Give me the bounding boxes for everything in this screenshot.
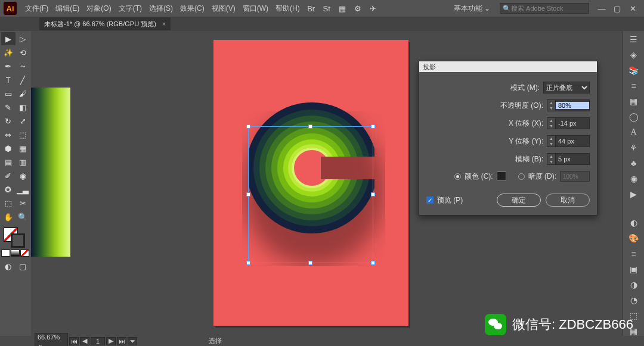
mesh-tool[interactable]: ▤: [1, 155, 16, 169]
blend-tool[interactable]: ◉: [16, 169, 30, 182]
arrange-icon[interactable]: ▦: [336, 3, 348, 14]
ok-button[interactable]: 确定: [497, 194, 541, 207]
transform-panel-icon[interactable]: ▶: [628, 189, 640, 199]
nav-next[interactable]: ▶: [106, 337, 116, 345]
menu-object[interactable]: 对象(O): [83, 4, 114, 14]
close-button[interactable]: ✕: [627, 4, 638, 13]
cancel-button[interactable]: 取消: [546, 194, 590, 207]
menu-file[interactable]: 文件(F): [21, 4, 52, 14]
rectangle-tool[interactable]: ▭: [1, 87, 16, 100]
document-tab[interactable]: 未标题-1* @ 66.67% (RGB/GPU 预览) ×: [39, 17, 171, 30]
layers-panel-icon[interactable]: ◈: [628, 50, 640, 60]
selection-bounding-box[interactable]: [248, 126, 373, 263]
menu-help[interactable]: 帮助(H): [272, 4, 304, 14]
transparency-panel-icon[interactable]: ◑: [628, 280, 640, 289]
magic-wand-tool[interactable]: ✨: [1, 46, 16, 59]
yoffset-label: Y 位移 (Y):: [509, 136, 543, 146]
menu-select[interactable]: 选择(S): [145, 4, 177, 14]
yoffset-input[interactable]: ▲▼: [547, 135, 590, 147]
mode-select[interactable]: 正片叠底: [543, 82, 590, 93]
workspace-dropdown[interactable]: 基本功能 ⌄: [449, 4, 495, 14]
color-guide-icon[interactable]: 🎨: [628, 233, 640, 243]
symbols-panel-icon[interactable]: ⚘: [628, 143, 640, 152]
feedback-icon[interactable]: ✈: [367, 3, 379, 14]
pen-tool[interactable]: ✒: [1, 60, 16, 73]
gradient-mode-btn[interactable]: [11, 250, 20, 257]
type-panel-icon[interactable]: A: [628, 127, 640, 137]
free-transform-tool[interactable]: ⬚: [16, 128, 30, 141]
document-tab-label: 未标题-1* @ 66.67% (RGB/GPU 预览): [44, 20, 156, 29]
menu-view[interactable]: 视图(V): [208, 4, 239, 14]
align-panel-icon[interactable]: ≡: [628, 249, 640, 258]
type-tool[interactable]: T: [1, 73, 16, 86]
artboard-index[interactable]: 1: [91, 337, 105, 345]
lasso-tool[interactable]: ⟲: [16, 46, 30, 59]
darkness-label: 暗度 (D):: [528, 172, 556, 182]
stroke-panel-icon[interactable]: ≡: [628, 81, 640, 91]
wechat-overlay: 微信号: ZDBCZB666: [485, 314, 633, 335]
darkness-input: 100%: [560, 171, 590, 182]
maximize-button[interactable]: ▢: [612, 4, 623, 13]
menu-edit[interactable]: 编辑(E): [52, 4, 83, 14]
perspective-tool[interactable]: ▦: [16, 142, 30, 155]
menu-effect[interactable]: 效果(C): [177, 4, 208, 14]
wechat-icon: [485, 314, 506, 335]
nav-prev[interactable]: ◀: [80, 337, 89, 345]
minimize-button[interactable]: —: [596, 4, 607, 13]
eyedropper-tool[interactable]: ✐: [1, 169, 16, 182]
gradient-panel-icon[interactable]: ◉: [628, 174, 640, 183]
color-radio[interactable]: [454, 173, 461, 180]
shape-builder-tool[interactable]: ⬢: [1, 142, 16, 155]
appearance-panel-icon[interactable]: ◐: [628, 218, 640, 227]
screen-mode[interactable]: ▢: [16, 260, 30, 273]
menu-window[interactable]: 窗口(W): [239, 4, 272, 14]
preview-checkbox[interactable]: ✓: [426, 197, 434, 204]
swatches-panel-icon[interactable]: ▦: [628, 96, 640, 106]
darkness-radio[interactable]: [518, 173, 525, 180]
gpu-icon[interactable]: ⚙: [352, 3, 364, 14]
draw-normal[interactable]: ◐: [1, 260, 16, 273]
nav-first[interactable]: ⏮: [69, 337, 79, 345]
graphic-styles-icon[interactable]: ◔: [628, 295, 640, 305]
brushes-panel-icon[interactable]: ◯: [628, 112, 640, 121]
width-tool[interactable]: ⇔: [1, 128, 16, 141]
stock-search[interactable]: 🔍 搜索 Adobe Stock: [500, 3, 589, 14]
stock-icon[interactable]: St: [321, 3, 333, 14]
pathfinder-panel-icon[interactable]: ▣: [628, 264, 640, 274]
stock-placeholder: 搜索 Adobe Stock: [511, 4, 563, 13]
hand-tool[interactable]: ✋: [1, 210, 16, 223]
zoom-tool[interactable]: 🔍: [16, 210, 30, 223]
artboard-tool[interactable]: ⬚: [1, 197, 16, 210]
menu-type[interactable]: 文字(T): [115, 4, 145, 14]
shaper-tool[interactable]: ✎: [1, 101, 16, 114]
tab-close-icon[interactable]: ×: [162, 20, 166, 27]
slice-tool[interactable]: ✂: [16, 197, 30, 210]
properties-panel-icon[interactable]: ☰: [628, 35, 640, 44]
workspace-label: 基本功能: [454, 4, 482, 14]
line-tool[interactable]: ╱: [16, 73, 30, 86]
xoffset-input[interactable]: ▲▼: [547, 117, 590, 129]
selection-tool[interactable]: ▶: [1, 32, 16, 45]
gradient-tool[interactable]: ▥: [16, 155, 30, 169]
rotate-tool[interactable]: ↻: [1, 114, 16, 127]
nav-menu[interactable]: ⏷: [128, 337, 137, 345]
direct-selection-tool[interactable]: ▷: [16, 32, 30, 45]
blur-input[interactable]: ▲▼: [547, 153, 590, 165]
brush-tool[interactable]: 🖌: [16, 87, 30, 100]
status-mode: 选择: [209, 336, 222, 345]
scale-tool[interactable]: ⤢: [16, 114, 30, 127]
libraries-panel-icon[interactable]: 📚: [628, 66, 640, 75]
color-panel-icon[interactable]: ♣: [628, 158, 640, 168]
graph-tool[interactable]: ▁▃: [16, 183, 30, 196]
bridge-icon[interactable]: Br: [305, 3, 317, 14]
none-mode-btn[interactable]: [20, 250, 29, 257]
eraser-tool[interactable]: ◧: [16, 101, 30, 114]
opacity-input[interactable]: ▲▼: [547, 99, 590, 111]
fill-stroke-swatch[interactable]: [1, 227, 30, 248]
nav-last[interactable]: ⏭: [117, 337, 126, 345]
color-swatch[interactable]: [497, 172, 506, 181]
zoom-indicator[interactable]: 66.67% ⌄: [35, 333, 68, 346]
color-mode-btn[interactable]: [1, 250, 10, 257]
symbol-tool[interactable]: ✪: [1, 183, 16, 196]
curvature-tool[interactable]: ～: [16, 60, 30, 73]
